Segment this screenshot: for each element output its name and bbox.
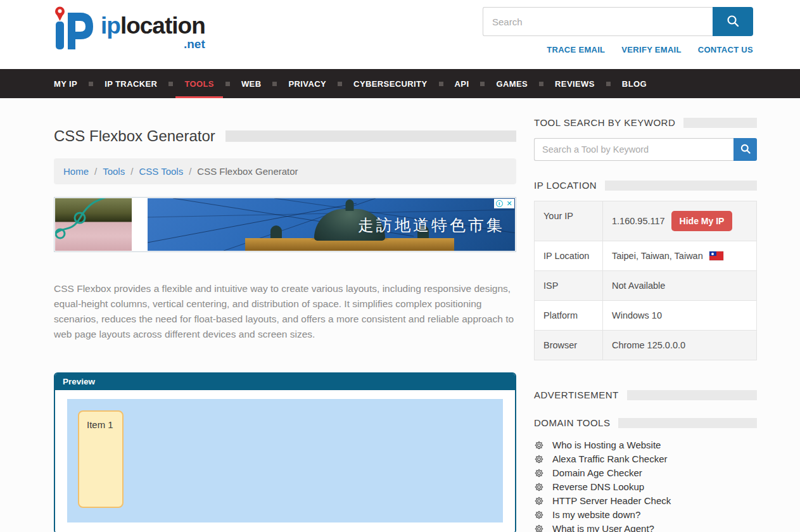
nav-separator (439, 82, 443, 86)
gear-icon (534, 496, 544, 506)
contact-us-link[interactable]: CONTACT US (698, 45, 753, 54)
nav-item-privacy[interactable]: PRIVACY (279, 69, 335, 98)
nav-separator (225, 82, 230, 86)
nav-item-blog[interactable]: BLOG (613, 69, 656, 98)
taiwan-flag-icon (709, 251, 723, 260)
list-item: Alexa Traffic Rank Checker (534, 452, 757, 466)
your-ip-value: 1.160.95.117 (612, 216, 665, 226)
logo-text-location: location (120, 13, 205, 39)
breadcrumb-current: CSS Flexbox Generator (197, 166, 298, 177)
gear-icon (534, 440, 544, 450)
domain-tool-link[interactable]: Alexa Traffic Rank Checker (552, 452, 667, 466)
nav-separator (480, 82, 485, 86)
domain-tool-link[interactable]: Is my website down? (552, 508, 640, 522)
advertisement-heading: ADVERTISEMENT (534, 390, 757, 400)
domain-tool-link[interactable]: Domain Age Checker (552, 466, 642, 480)
gear-icon (534, 524, 544, 532)
gear-icon (534, 482, 544, 492)
ip-location-heading: IP LOCATION (534, 180, 757, 191)
gear-icon (534, 454, 544, 464)
tool-description: CSS Flexbox provides a flexible and intu… (54, 281, 516, 342)
domain-tool-link[interactable]: Reverse DNS Lookup (552, 480, 644, 494)
nav-item-cybersecurity[interactable]: CYBERSECURITY (345, 69, 436, 98)
nav-item-my-ip[interactable]: MY IP (45, 69, 86, 98)
main-content: CSS Flexbox Generator Home/ Tools/ CSS T… (54, 117, 516, 532)
breadcrumb-home[interactable]: Home (63, 166, 89, 177)
nav-item-api[interactable]: API (446, 69, 478, 98)
preview-panel: Preview Item 1 (54, 372, 516, 532)
hide-my-ip-button[interactable]: Hide My IP (671, 211, 733, 231)
domain-tool-link[interactable]: Who is Hosting a Website (552, 438, 661, 452)
gear-icon (534, 510, 544, 520)
logo-mark-icon (48, 4, 99, 54)
ad-info-icon[interactable]: i (494, 199, 504, 208)
nav-separator (272, 82, 277, 86)
nav-item-tools[interactable]: TOOLS (175, 69, 223, 98)
preview-panel-header: Preview (55, 374, 515, 390)
list-item: Who is Hosting a Website (534, 438, 757, 452)
site-search (483, 7, 753, 36)
logo-text-ip: ip (101, 13, 120, 39)
breadcrumb: Home/ Tools/ CSS Tools/ CSS Flexbox Gene… (54, 158, 516, 184)
list-item: Is my website down? (534, 508, 757, 522)
table-row: Browser Chrome 125.0.0.0 (535, 331, 756, 360)
nav-separator (338, 82, 342, 86)
ip-location-value: Taipei, Taiwan, Taiwan (612, 251, 703, 261)
list-item: What is my User Agent? (534, 522, 757, 532)
sidebar: TOOL SEARCH BY KEYWORD IP LOCATION (534, 117, 757, 532)
domain-tools-list: Who is Hosting a Website Alexa Traffic R… (534, 438, 757, 532)
main-nav: MY IP IP TRACKER TOOLS WEB PRIVACY CYBER… (0, 69, 800, 98)
title-decoration-bar (225, 130, 516, 142)
ad-headline: 走訪地道特色市集 (358, 214, 505, 235)
site-search-input[interactable] (483, 7, 713, 36)
breadcrumb-css-tools[interactable]: CSS Tools (139, 166, 183, 177)
page-title: CSS Flexbox Generator (54, 127, 215, 145)
search-icon (726, 14, 740, 30)
nav-item-reviews[interactable]: REVIEWS (546, 69, 604, 98)
nav-separator (606, 82, 611, 86)
gear-icon (534, 468, 544, 478)
nav-item-web[interactable]: WEB (232, 69, 270, 98)
table-row: Your IP 1.160.95.117 Hide My IP (535, 201, 756, 241)
site-header: iplocation .net TRACE EMAIL VERIF (0, 0, 800, 69)
search-icon (740, 143, 751, 156)
nav-item-ip-tracker[interactable]: IP TRACKER (96, 69, 166, 98)
tool-search-button[interactable] (733, 138, 757, 161)
nav-item-games[interactable]: GAMES (487, 69, 537, 98)
ip-location-table: Your IP 1.160.95.117 Hide My IP IP Locat… (534, 201, 757, 360)
logo-text-net: .net (101, 38, 205, 50)
ad-image-right: 走訪地道特色市集 i ✕ (148, 198, 515, 251)
table-row: Platform Windows 10 (535, 301, 756, 331)
list-item: Domain Age Checker (534, 466, 757, 480)
domain-tools-heading: DOMAIN TOOLS (534, 417, 757, 428)
breadcrumb-tools[interactable]: Tools (103, 166, 125, 177)
nav-separator (539, 82, 543, 86)
list-item: Reverse DNS Lookup (534, 480, 757, 494)
flex-preview-container: Item 1 (67, 399, 503, 522)
ad-banner[interactable]: 走訪地道特色市集 i ✕ (54, 197, 516, 252)
flex-item-1: Item 1 (78, 410, 124, 508)
isp-value: Not Available (612, 281, 665, 291)
browser-value: Chrome 125.0.0.0 (612, 340, 685, 350)
table-row: ISP Not Available (535, 271, 756, 301)
list-item: HTTP Server Header Check (534, 494, 757, 508)
header-links: TRACE EMAIL VERIFY EMAIL CONTACT US (483, 45, 753, 54)
trace-email-link[interactable]: TRACE EMAIL (547, 45, 605, 54)
tool-search-input[interactable] (534, 138, 733, 161)
verify-email-link[interactable]: VERIFY EMAIL (621, 45, 681, 54)
domain-tool-link[interactable]: What is my User Agent? (552, 522, 654, 532)
tool-search-heading: TOOL SEARCH BY KEYWORD (534, 117, 757, 128)
site-search-button[interactable] (713, 7, 753, 36)
site-logo[interactable]: iplocation .net (48, 4, 205, 54)
nav-separator (89, 82, 93, 86)
logo-text: iplocation .net (101, 14, 205, 50)
table-row: IP Location Taipei, Taiwan, Taiwan (535, 241, 756, 271)
tool-search (534, 138, 757, 161)
platform-value: Windows 10 (612, 310, 662, 320)
nav-separator (168, 82, 173, 86)
domain-tool-link[interactable]: HTTP Server Header Check (552, 494, 671, 508)
ad-close-icon[interactable]: ✕ (504, 199, 514, 208)
ad-image-left (55, 198, 132, 251)
